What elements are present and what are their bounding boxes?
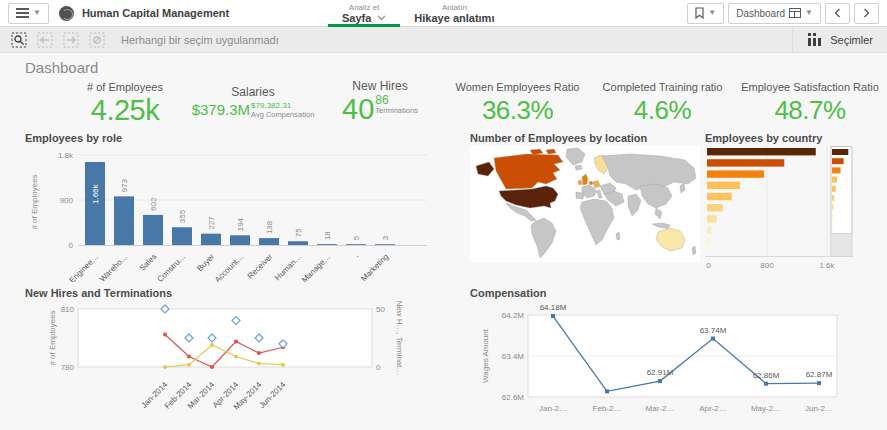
svg-text:# of Employees: # of Employees [48,310,57,365]
svg-text:62.86M: 62.86M [753,371,780,380]
kpi-women-ratio[interactable]: Women Employees Ratio 36.3% [445,81,590,125]
chart-employees-by-role[interactable]: Employees by role 09001.8k1.66kEnginee…9… [25,132,445,282]
svg-text:# of Employees: # of Employees [30,174,39,229]
svg-text:63.4M: 63.4M [502,352,525,361]
svg-text:5: 5 [352,235,361,240]
svg-text:18: 18 [323,231,332,240]
chart-compensation[interactable]: Compensation 62.6M63.4M64.2MWages Amount… [470,287,887,430]
svg-text:64.18M: 64.18M [540,303,567,312]
svg-text:Account…: Account… [213,252,245,282]
chart-title: Compensation [470,287,887,301]
sheet-selector-button[interactable]: Dashboard ▼ [728,3,821,24]
employees-by-country-plot[interactable]: 08001.6k [705,146,887,282]
svg-text:50: 50 [376,305,385,314]
caret-down-icon: ▼ [33,9,41,17]
svg-text:810: 810 [61,305,75,314]
selections-tool-button[interactable]: Seçimler [792,27,887,53]
svg-text:Constru…: Constru… [156,252,188,282]
chevron-right-icon [863,8,870,18]
svg-text:0: 0 [69,241,74,250]
selection-tools [0,31,115,48]
caret-down-icon: ▼ [805,9,813,17]
view-tabs: Analiz et Sayfa Anlatın Hikaye anlatımı [328,0,508,27]
bookmark-icon [695,7,704,19]
svg-text:Feb-2…: Feb-2… [593,404,622,413]
selections-bar: Herhangi bir seçim uygulanmadı Seçimler [0,27,887,53]
svg-text:Apr-2…: Apr-2… [699,404,727,413]
svg-text:3: 3 [381,235,390,240]
app-logo [59,6,74,21]
svg-text:Jun-2014: Jun-2014 [257,380,287,410]
caret-down-icon: ▼ [708,9,716,17]
svg-text:75: 75 [294,228,303,237]
svg-text:355: 355 [178,209,187,223]
app-title: Human Capital Management [82,7,229,19]
tab-sheet-view[interactable]: Analiz et Sayfa [328,0,400,27]
svg-text:0: 0 [376,363,381,372]
svg-text:138: 138 [265,220,274,234]
svg-text:Enginee…: Enginee… [68,252,101,282]
previous-sheet-button[interactable] [825,3,850,24]
svg-text:Wages Amount: Wages Amount [481,328,490,383]
svg-text:1.66k: 1.66k [91,183,100,204]
chart-title: Employees by country [705,132,887,146]
new-hires-terminations-plot[interactable]: 780810050# of EmployeesNew H…, Terminat…… [25,301,445,430]
svg-text:Jun-2…: Jun-2… [805,404,833,413]
chevron-down-icon [377,15,386,21]
svg-text:227: 227 [207,216,216,230]
bookmarks-button[interactable]: ▼ [687,3,724,24]
svg-text:1.6k: 1.6k [819,261,835,270]
chart-new-hires-terminations[interactable]: New Hires and Terminations 780810050# of… [25,287,445,430]
svg-text:Manage…: Manage… [300,252,332,282]
chart-employees-by-location[interactable]: Number of Employees by location [470,132,700,282]
world-map[interactable] [470,146,700,266]
tab-storytelling[interactable]: Anlatın Hikaye anlatımı [400,0,508,27]
svg-text:1.8k: 1.8k [58,151,74,160]
svg-text:Mar-2…: Mar-2… [646,404,675,413]
svg-text:Marketing: Marketing [359,252,390,282]
kpi-satisfaction-ratio[interactable]: Employee Satisfaction Ratio 48.7% [735,81,885,125]
employees-by-role-plot[interactable]: 09001.8k1.66kEnginee…973Wareho…602Sales3… [25,146,445,286]
svg-text:64.2M: 64.2M [502,311,525,320]
svg-text:Receiver: Receiver [246,252,275,281]
svg-text:800: 800 [760,261,774,270]
chevron-left-icon [834,8,841,18]
svg-text:194: 194 [236,217,245,231]
svg-text:Human…: Human… [273,252,303,282]
top-bar: ▼ Human Capital Management Analiz et Say… [0,0,887,27]
chart-title: Employees by role [25,132,445,146]
clear-selections-icon[interactable] [88,31,105,48]
kpi-training-ratio[interactable]: Completed Training ratio 4.6% [590,81,735,125]
global-menu-button[interactable]: ▼ [8,3,49,24]
svg-text:900: 900 [60,196,74,205]
sheet-canvas: Dashboard # of Employees 4.25k Salaries … [0,53,887,430]
sheet-grid-icon [789,8,801,18]
chart-employees-by-country[interactable]: Employees by country 08001.6k [705,132,887,282]
svg-text:0: 0 [706,261,711,270]
svg-text:62.6M: 62.6M [502,393,525,402]
svg-text:May-2…: May-2… [751,404,781,413]
svg-text:62.91M: 62.91M [647,368,674,377]
svg-text:Wareho…: Wareho… [98,252,130,282]
svg-text:New H…, Terminat…: New H…, Terminat… [395,301,404,375]
chart-title: Number of Employees by location [470,132,700,146]
kpi-new-hires[interactable]: New Hires 40 86 Terminations [305,79,455,123]
svg-text:-: - [353,252,361,260]
svg-text:62.87M: 62.87M [806,370,833,379]
next-sheet-button[interactable] [854,3,879,24]
svg-text:973: 973 [120,178,129,192]
hamburger-icon [16,8,29,18]
step-back-icon[interactable] [36,31,53,48]
compensation-plot[interactable]: 62.6M63.4M64.2MWages Amount64.18M62.91M6… [470,301,887,430]
selections-message: Herhangi bir seçim uygulanmadı [121,34,279,46]
svg-text:Buyer: Buyer [195,252,216,273]
svg-text:Jan-2…: Jan-2… [539,404,567,413]
qlik-dashboard-app: ▼ Human Capital Management Analiz et Say… [0,0,887,430]
smart-search-icon[interactable] [10,31,27,48]
topbar-actions: ▼ Dashboard ▼ [687,3,879,24]
svg-text:602: 602 [149,197,158,211]
chart-title: New Hires and Terminations [25,287,445,301]
svg-text:Sales: Sales [138,252,159,273]
step-forward-icon[interactable] [62,31,79,48]
svg-text:63.74M: 63.74M [700,326,727,335]
